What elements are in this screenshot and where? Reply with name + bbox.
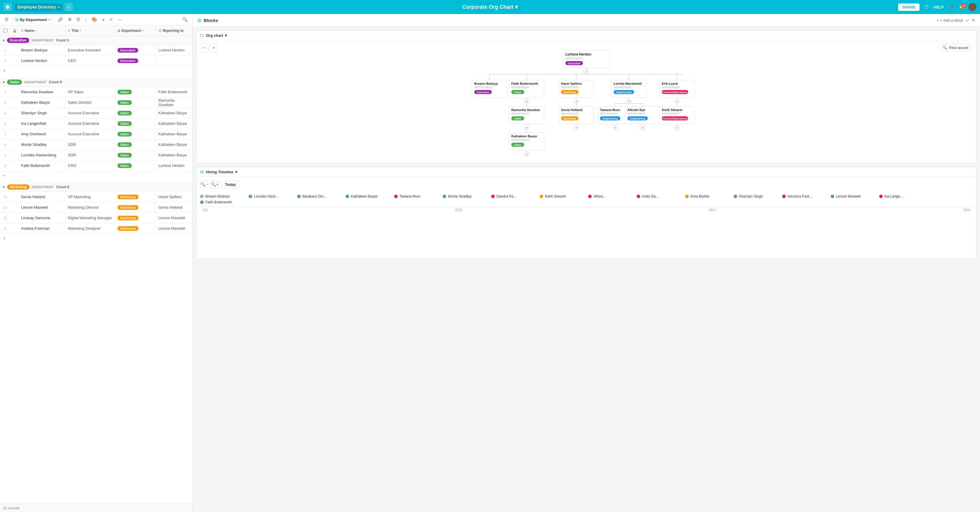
table-row[interactable]: 12 Lenore Maxwell Marketing Director Mar… [0, 202, 192, 213]
org-node-faith[interactable]: Faith Butterworth DEPARTMENT Sales [509, 80, 544, 98]
table-row[interactable]: 6 Ina Langenfeld Account Executive Sales… [0, 118, 192, 129]
org-expand-genia[interactable]: ∨ [574, 125, 579, 130]
group-header-sales[interactable]: ▾ Sales DEPARTMENT Count 8 [0, 78, 192, 87]
org-node-breann[interactable]: Breann Bedoya DEPARTMENT Executive [472, 80, 507, 98]
timeline-today-button[interactable]: Today [221, 181, 240, 188]
user-avatar[interactable] [968, 3, 977, 11]
sort-button[interactable]: ↕ [83, 16, 89, 23]
expand-button[interactable]: ⤢ [108, 16, 115, 23]
org-node-lurlene[interactable]: Lurlene Herdon DEPARTMENT Executive [563, 50, 610, 68]
org-node-genia[interactable]: Genia Helland DEPARTMENT Marketing [558, 107, 594, 124]
org-expand-faith[interactable]: ∧ [524, 99, 529, 104]
timeline-zoom-in-button[interactable]: 🔍+ [211, 180, 219, 189]
timeline-controls: 🔍− 🔍+ Today [200, 180, 973, 189]
history-icon[interactable]: ⏱ [924, 5, 929, 10]
table-row[interactable]: 3 Ramonita Sosebee VP Sales Sales Faith … [0, 87, 192, 97]
table-row[interactable]: 9 Lourdes Hackenberg SDR Sales Kathaleen… [0, 150, 192, 161]
org-node-ramonita[interactable]: Ramonita Sosebee DEPARTMENT Sales [509, 107, 544, 124]
org-expand-kathaleen[interactable]: ∧ [524, 151, 529, 156]
dept-badge: Marketing [118, 195, 138, 199]
top-nav: Employee Directory ▾ + Corporate Org Cha… [0, 0, 980, 14]
group-header-marketing[interactable]: ▾ Marketing DEPARTMENT Count 6 [0, 183, 192, 192]
row-number: 14 [0, 227, 11, 230]
org-node-kathaleen[interactable]: Kathaleen Basye DEPARTMENT Sales [509, 133, 544, 150]
org-node-kieth[interactable]: Kieth Shearin DEPARTMENT Finance/Operati… [659, 107, 695, 124]
expand-window-button[interactable]: ⤢ [966, 17, 969, 23]
row-number: 9 [0, 153, 11, 157]
table-row[interactable]: 7 Amy Overbeck Account Executive Sales K… [0, 129, 192, 139]
group-count: Count 2 [56, 38, 69, 42]
org-expand-tawana[interactable]: ∨ [612, 125, 618, 130]
org-expand-loretta[interactable]: ∨ [626, 99, 632, 104]
zoom-out-button[interactable]: − [200, 44, 208, 52]
close-window-button[interactable]: ✕ [972, 17, 975, 23]
row-number: 5 [0, 111, 11, 115]
header-dept-label: Department [122, 29, 141, 33]
add-view-button[interactable]: + [65, 3, 73, 11]
header-title[interactable]: A Title ▾ [65, 25, 115, 36]
add-row-button[interactable]: + [0, 234, 192, 243]
header-checkbox[interactable] [0, 29, 11, 32]
help-label[interactable]: HELP [934, 5, 944, 10]
table-row[interactable]: 13 Lindsay Sansone Digital Marketing Man… [0, 213, 192, 223]
add-block-button[interactable]: + + Add a block [937, 18, 963, 22]
help-question-icon[interactable]: ❓ [948, 5, 954, 10]
sidebar-toggle-button[interactable]: ☰ [3, 16, 10, 23]
view-label[interactable]: By Department [20, 17, 47, 22]
org-expand-hazel[interactable]: ∧ [574, 99, 579, 104]
table-row[interactable]: 5 Sharolyn Singh Account Executive Sales… [0, 108, 192, 118]
svg-text:∨: ∨ [642, 126, 644, 129]
org-node-erik[interactable]: Erik Lasch DEPARTMENT Finance/Operations [659, 80, 695, 98]
org-expand-ramonita[interactable]: ∧ [524, 125, 529, 130]
org-node-alfredo[interactable]: Alfredo Nye DEPARTMENT Engineering [625, 107, 660, 124]
row-name-cell: Ramonita Sosebee [19, 87, 65, 97]
timeline-person-name: Faith Butterworth [205, 200, 232, 204]
group-header-executive[interactable]: ▾ Executive DEPARTMENT Count 2 [0, 36, 192, 45]
table-row[interactable]: 2 Lurlene Herdon CEO Executive [0, 56, 192, 66]
more-button[interactable]: ⋯ [116, 16, 124, 23]
org-chart-controls: − + [200, 44, 218, 52]
group-button[interactable]: ☰ [75, 16, 82, 23]
table-row[interactable]: 8 Monte Stradley SDR Sales Kathaleen Bas… [0, 139, 192, 150]
row-name-cell: Lourdes Hackenberg [19, 150, 65, 160]
org-expand-kieth[interactable]: ∨ [675, 125, 679, 130]
org-node-hazel[interactable]: Hazel Spillers DEPARTMENT Marketing [558, 80, 594, 98]
row-title-cell: SDR [65, 139, 115, 149]
notification-bell[interactable]: 🔔 11 [959, 5, 964, 10]
color-button[interactable]: 🎨 [90, 16, 99, 23]
row-reporting-cell [156, 56, 192, 66]
filter-button[interactable]: ⚙ [66, 16, 73, 23]
add-row-button[interactable]: + [0, 66, 192, 75]
table-row[interactable]: 10 Faith Butterworth CRO Sales Lurlene H… [0, 161, 192, 171]
row-dept-cell: Sales [115, 97, 156, 108]
share-button[interactable]: SHARE [898, 3, 920, 11]
timeline-person: Kieth Shearin [540, 194, 586, 199]
table-row[interactable]: 11 Genia Helland VP Marketing Marketing … [0, 192, 192, 202]
view-share-icon[interactable]: ⊕ [48, 17, 51, 22]
hiring-timeline-title[interactable]: Hiring Timeline ▾ [206, 170, 237, 174]
table-row[interactable]: 4 Kathaleen Basye Sales Director Sales R… [0, 97, 192, 108]
timeline-person-name: Ina Lange... [885, 194, 903, 199]
group-chevron: ▾ [3, 38, 5, 42]
header-name[interactable]: A Name ▾ [19, 25, 65, 36]
row-height-button[interactable]: ≡ [100, 16, 107, 23]
svg-text:DEPARTMENT: DEPARTMENT [561, 86, 579, 89]
add-row-button[interactable]: + [0, 171, 192, 180]
select-all-checkbox[interactable] [3, 29, 7, 32]
header-reporting[interactable]: ☰ Reporting to [156, 25, 192, 36]
table-row[interactable]: 1 Breann Bedoya Executive Assistant Exec… [0, 45, 192, 56]
org-expand-alfredo[interactable]: ∨ [640, 125, 645, 130]
org-expand-up[interactable]: ∧ [584, 69, 589, 74]
timeline-zoom-out-button[interactable]: 🔍− [200, 180, 208, 189]
org-expand-erik[interactable]: ∨ [675, 99, 679, 104]
row-title-cell: Digital Marketing Manager [65, 213, 115, 223]
app-title[interactable]: Employee Directory ▾ [14, 3, 62, 11]
find-record-button[interactable]: 🔍 Find record [938, 44, 973, 52]
link-icon-button[interactable]: 🔗 [56, 16, 65, 23]
org-chart-title[interactable]: Org chart ▾ [206, 33, 227, 38]
org-node-loretta[interactable]: Loretta Macdowell DEPARTMENT Engineering [611, 80, 646, 98]
header-department[interactable]: ◉ Department ▾ [115, 25, 156, 36]
table-row[interactable]: 14 Avelina Freeman Marketing Designer Ma… [0, 223, 192, 234]
zoom-in-button[interactable]: + [210, 44, 218, 52]
search-button[interactable]: 🔍 [181, 16, 189, 23]
